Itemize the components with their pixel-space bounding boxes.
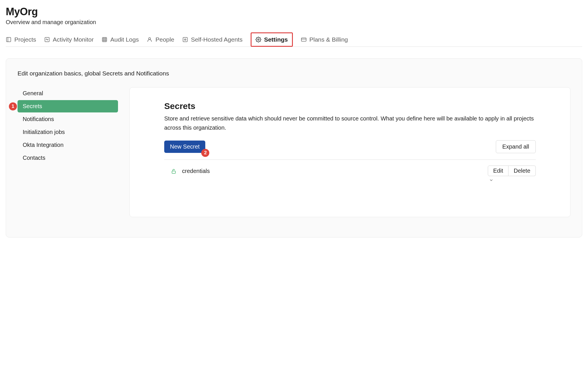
sidebar-item-secrets[interactable]: 1 Secrets <box>18 100 118 112</box>
tab-label: People <box>155 36 174 43</box>
tab-label: Activity Monitor <box>53 36 94 43</box>
tab-projects[interactable]: Projects <box>6 33 36 46</box>
lock-open-icon <box>171 168 176 174</box>
settings-sidebar: General 1 Secrets Notifications Initiali… <box>18 87 118 217</box>
secrets-content-card: Secrets Store and retrieve sensitive dat… <box>129 87 570 217</box>
gear-icon <box>256 37 261 42</box>
new-secret-button[interactable]: New Secret 2 <box>164 141 205 153</box>
activity-icon <box>44 37 50 42</box>
grid-icon <box>102 37 107 42</box>
tab-self-hosted-agents[interactable]: Self-Hosted Agents <box>182 33 243 46</box>
delete-secret-button[interactable]: Delete <box>508 166 536 176</box>
sidebar-item-general[interactable]: General <box>18 87 118 100</box>
svg-rect-12 <box>301 38 306 41</box>
svg-point-8 <box>149 38 151 40</box>
callout-badge-1: 1 <box>9 102 17 110</box>
chevron-down-icon[interactable] <box>489 178 494 182</box>
sidebar-item-notifications[interactable]: Notifications <box>18 113 118 125</box>
page-title: MyOrg <box>6 6 582 18</box>
sidebar-item-okta-integration[interactable]: Okta Integration <box>18 139 118 151</box>
settings-intro: Edit organization basics, global Secrets… <box>18 70 570 77</box>
tab-bar: Projects Activity Monitor Audit Logs Peo… <box>6 32 582 47</box>
svg-point-10 <box>184 39 186 40</box>
tab-activity-monitor[interactable]: Activity Monitor <box>44 33 94 46</box>
settings-panel: Edit organization basics, global Secrets… <box>6 58 582 237</box>
svg-rect-9 <box>183 37 187 42</box>
page-subtitle: Overview and manage organization <box>6 19 582 26</box>
tab-people[interactable]: People <box>147 33 174 46</box>
tab-label: Projects <box>14 36 36 43</box>
sidebar-item-contacts[interactable]: Contacts <box>18 152 118 164</box>
tab-label: Self-Hosted Agents <box>191 36 243 43</box>
secret-name: credentials <box>182 168 210 174</box>
sidebar-icon <box>6 37 11 42</box>
secret-list-item: credentials Edit Delete <box>164 160 536 182</box>
card-icon <box>301 37 307 42</box>
content-description: Store and retrieve sensitive data which … <box>164 114 536 132</box>
tab-label: Settings <box>264 36 288 43</box>
content-title: Secrets <box>164 101 536 111</box>
svg-rect-3 <box>102 37 107 42</box>
button-label: New Secret <box>170 143 200 150</box>
sidebar-item-label: Secrets <box>23 103 42 109</box>
svg-point-11 <box>258 39 259 40</box>
tab-label: Audit Logs <box>110 36 139 43</box>
sidebar-item-initialization-jobs[interactable]: Initialization jobs <box>18 126 118 138</box>
expand-all-button[interactable]: Expand all <box>496 140 536 153</box>
tab-plans-billing[interactable]: Plans & Billing <box>301 33 348 46</box>
target-icon <box>182 37 188 42</box>
edit-secret-button[interactable]: Edit <box>488 166 508 176</box>
tab-settings[interactable]: Settings <box>251 32 293 47</box>
person-icon <box>147 37 152 42</box>
svg-rect-0 <box>7 37 11 42</box>
svg-rect-14 <box>172 171 175 173</box>
tab-label: Plans & Billing <box>310 36 348 43</box>
callout-badge-2: 2 <box>201 149 209 157</box>
tab-audit-logs[interactable]: Audit Logs <box>102 33 139 46</box>
